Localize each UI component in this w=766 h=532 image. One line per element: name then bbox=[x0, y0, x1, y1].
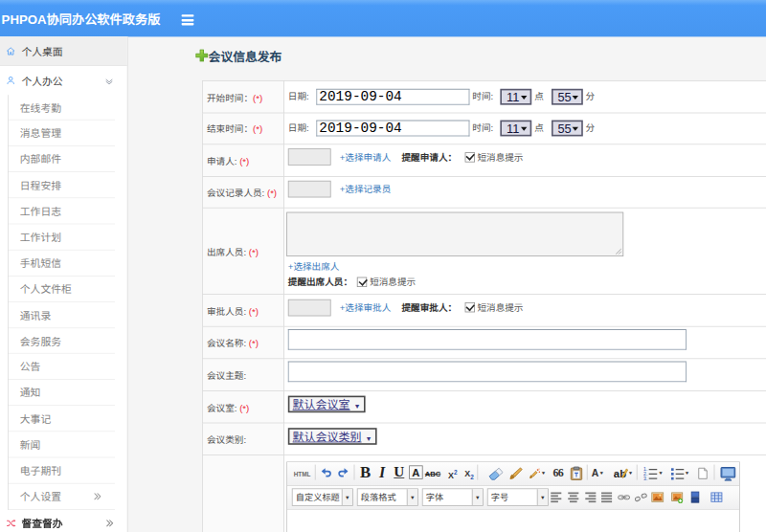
svg-text:3.: 3. bbox=[643, 475, 647, 480]
